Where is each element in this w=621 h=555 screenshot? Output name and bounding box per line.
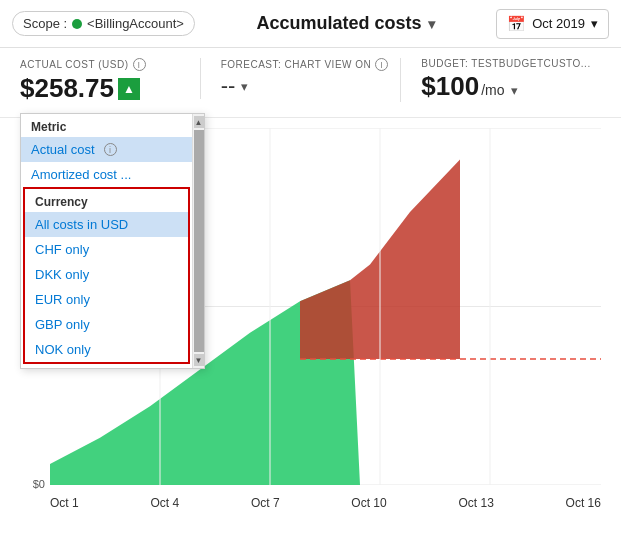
dropdown-item-dkk[interactable]: DKK only — [25, 262, 188, 287]
budget-value-container: $100 /mo ▾ — [421, 71, 601, 102]
actual-cost-expand-button[interactable]: ▲ — [118, 78, 140, 100]
scrollbar-down-button[interactable]: ▼ — [194, 354, 204, 366]
x-axis: Oct 1 Oct 4 Oct 7 Oct 10 Oct 13 Oct 16 — [50, 488, 601, 518]
date-range-button[interactable]: 📅 Oct 2019 ▾ — [496, 9, 609, 39]
actual-cost-block: ACTUAL COST (USD) i $258.75 ▲ — [20, 58, 200, 104]
actual-cost-dropdown-info[interactable]: i — [104, 143, 117, 156]
budget-block: BUDGET: TESTBUDGETCUSTO... $100 /mo ▾ — [400, 58, 601, 102]
forecast-label: FORECAST: CHART VIEW ON i — [221, 58, 401, 71]
page-title: Accumulated costs ▾ — [257, 13, 435, 34]
dropdown-content: Metric Actual cost i Amortized cost ... … — [21, 114, 192, 368]
dropdown-item-amortized-cost[interactable]: Amortized cost ... — [21, 162, 192, 187]
currency-section-label: Currency — [25, 189, 188, 212]
x-label-oct1: Oct 1 — [50, 496, 79, 510]
budget-chevron-icon[interactable]: ▾ — [511, 83, 518, 98]
dropdown-item-eur[interactable]: EUR only — [25, 287, 188, 312]
forecast-info-icon[interactable]: i — [375, 58, 388, 71]
y-label-bottom: $0 — [33, 478, 45, 490]
actual-cost-label: ACTUAL COST (USD) i — [20, 58, 200, 71]
dropdown-scrollbar[interactable]: ▲ ▼ — [192, 114, 204, 368]
scope-value: <BillingAccount> — [87, 16, 184, 31]
x-label-oct16: Oct 16 — [566, 496, 601, 510]
scope-indicator — [72, 19, 82, 29]
actual-cost-value: $258.75 ▲ — [20, 73, 200, 104]
forecast-block: FORECAST: CHART VIEW ON i -- ▾ — [200, 58, 401, 99]
dropdown-item-actual-cost[interactable]: Actual cost i — [21, 137, 192, 162]
calendar-icon: 📅 — [507, 15, 526, 33]
budget-amount: $100 — [421, 71, 479, 102]
x-label-oct10: Oct 10 — [351, 496, 386, 510]
dropdown-scrollable: Metric Actual cost i Amortized cost ... … — [21, 114, 204, 368]
dropdown-item-gbp[interactable]: GBP only — [25, 312, 188, 337]
x-label-oct4: Oct 4 — [150, 496, 179, 510]
header: Scope : <BillingAccount> Accumulated cos… — [0, 0, 621, 48]
currency-section: Currency All costs in USD CHF only DKK o… — [23, 187, 190, 364]
scope-label: Scope : — [23, 16, 67, 31]
stats-row: ACTUAL COST (USD) i $258.75 ▲ FORECAST: … — [0, 48, 621, 118]
budget-label: BUDGET: TESTBUDGETCUSTO... — [421, 58, 601, 69]
forecast-chevron-icon[interactable]: ▾ — [241, 79, 248, 94]
scrollbar-thumb[interactable] — [194, 130, 204, 352]
dropdown-item-nok[interactable]: NOK only — [25, 337, 188, 362]
scrollbar-up-button[interactable]: ▲ — [194, 116, 204, 128]
metric-section-label: Metric — [21, 114, 192, 137]
title-text: Accumulated costs — [257, 13, 422, 34]
x-label-oct7: Oct 7 — [251, 496, 280, 510]
budget-unit: /mo — [481, 82, 504, 98]
chart-area: $50 $0 Oct 1 Oct 4 Oct 7 Oct 10 Oct 1 — [0, 118, 621, 520]
date-text: Oct 2019 — [532, 16, 585, 31]
scope-button[interactable]: Scope : <BillingAccount> — [12, 11, 195, 36]
date-chevron-icon: ▾ — [591, 16, 598, 31]
actual-cost-info-icon[interactable]: i — [133, 58, 146, 71]
x-label-oct13: Oct 13 — [458, 496, 493, 510]
metric-currency-dropdown: Metric Actual cost i Amortized cost ... … — [20, 113, 205, 369]
dropdown-item-chf[interactable]: CHF only — [25, 237, 188, 262]
dropdown-item-usd[interactable]: All costs in USD — [25, 212, 188, 237]
forecast-value: -- ▾ — [221, 73, 401, 99]
title-chevron-icon[interactable]: ▾ — [428, 16, 435, 32]
